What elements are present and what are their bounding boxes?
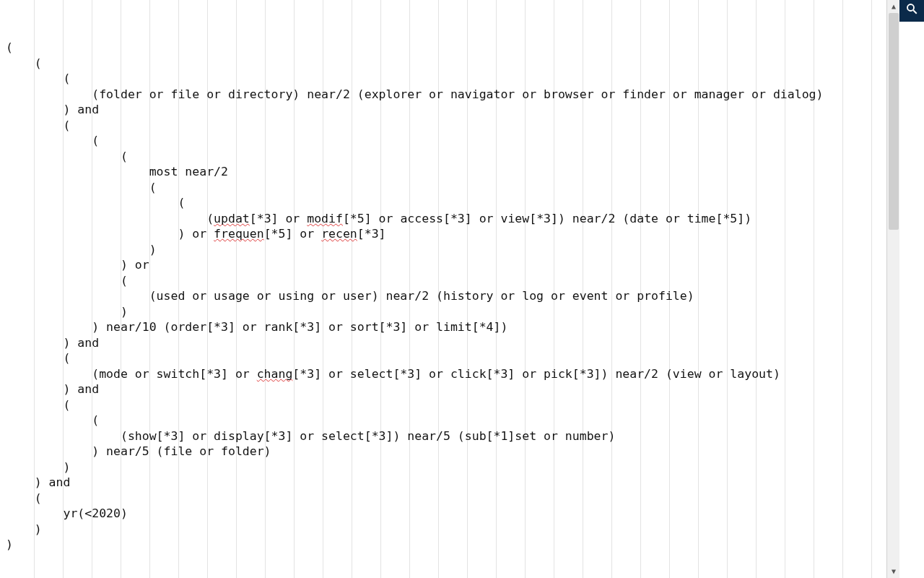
scroll-down-arrow-icon[interactable]: ▼ xyxy=(887,565,900,578)
query-text[interactable]: ( ( ( (folder or file or directory) near… xyxy=(0,31,886,558)
svg-line-1 xyxy=(913,11,917,14)
search-icon xyxy=(905,2,918,20)
vertical-scrollbar[interactable]: ▲ ▼ xyxy=(886,0,899,578)
svg-point-0 xyxy=(907,4,914,11)
scroll-thumb[interactable] xyxy=(889,13,899,230)
scroll-up-arrow-icon[interactable]: ▲ xyxy=(887,0,900,13)
query-editor[interactable]: ( ( ( (folder or file or directory) near… xyxy=(0,0,886,578)
right-gutter xyxy=(899,22,924,578)
search-button[interactable] xyxy=(899,0,924,22)
